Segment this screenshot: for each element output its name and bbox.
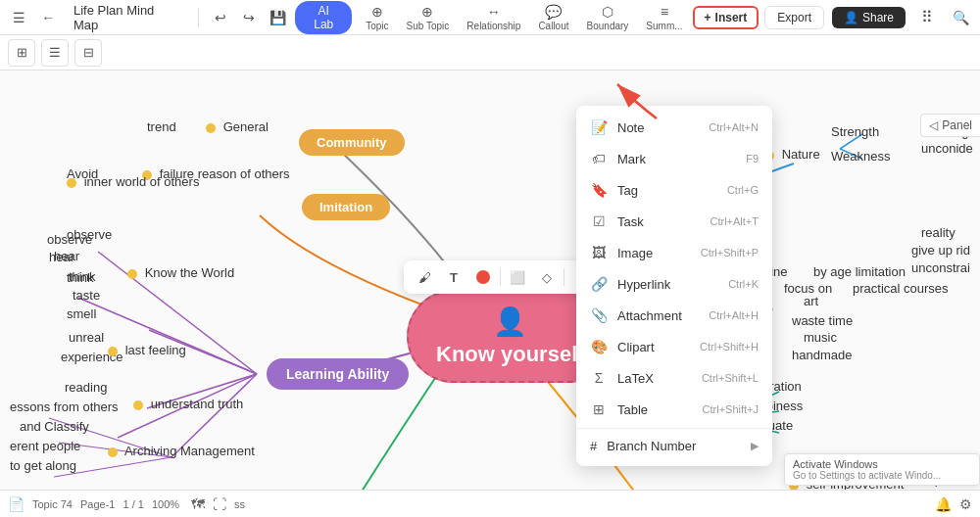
undo-icon[interactable]: ↩ [209, 6, 231, 29]
panel-button[interactable]: ◁ Panel [920, 114, 980, 137]
smell-text: smell [67, 306, 96, 321]
strength-node: Strength [831, 124, 879, 139]
art-node: art [804, 294, 818, 308]
list-view-button[interactable]: ☰ [41, 39, 69, 67]
dot-know-world [127, 269, 137, 279]
menu-task[interactable]: ☑ Task Ctrl+Alt+T [576, 206, 772, 237]
different-text: erent people [10, 439, 80, 453]
community-node[interactable]: Community [299, 129, 405, 156]
bottom-bar: 📄 Topic 74 Page-1 1 / 1 100% 🗺 ⛶ ss 🔔 ⚙ [0, 490, 980, 517]
zoom-level: 100% [152, 498, 179, 510]
menu-tag[interactable]: 🔖 Tag Ctrl+G [576, 174, 772, 206]
chevron-left-icon: ◁ [929, 118, 938, 132]
weakness-node: Weakness [831, 149, 890, 164]
edit-diamond-icon[interactable]: ◇ [534, 264, 560, 290]
page-count: 1 / 1 [122, 498, 143, 510]
lessons-text: essons from others [10, 400, 119, 414]
menu-note[interactable]: 📝 Note Ctrl+Alt+N [576, 112, 772, 143]
mindmap-icon: 🗺 [191, 496, 205, 512]
topic-button[interactable]: ⊕ Topic [358, 2, 396, 33]
export-button[interactable]: Export [764, 6, 824, 29]
page-icon: 📄 [8, 496, 24, 512]
clipart-icon: 🎨 [590, 338, 608, 355]
understand-truth-node: understand truth [133, 397, 243, 411]
observe-text: observe [47, 232, 92, 247]
insert-dropdown: 📝 Note Ctrl+Alt+N 🏷 Mark F9 🔖 Tag Ctrl+G… [576, 106, 772, 466]
reading-text: reading [65, 380, 107, 395]
know-world-node: Know the World [127, 265, 234, 280]
dot-understand [133, 400, 143, 410]
note-icon: 📝 [590, 118, 608, 136]
unconstrai-node: unconstrai [911, 260, 970, 275]
menu-attachment[interactable]: 📎 Attachment Ctrl+Alt+H [576, 300, 772, 331]
menu-latex[interactable]: Σ LaTeX Ctrl+Shift+L [576, 362, 772, 394]
menu-branch-number[interactable]: # Branch Number ▶ [576, 432, 772, 460]
fullscreen-icon[interactable]: ⛶ [213, 496, 226, 512]
imitation-node[interactable]: Imitation [302, 194, 390, 220]
expand-icon: ▶ [751, 440, 759, 452]
latex-icon: Σ [590, 369, 608, 387]
callout-button[interactable]: 💬 Callout [530, 2, 576, 33]
edit-brush-icon[interactable]: 🖌 [412, 264, 437, 290]
more-options-icon[interactable]: ⠿ [913, 4, 941, 31]
dot-last-feeling [108, 347, 118, 356]
attachment-icon: 📎 [590, 306, 608, 324]
boundary-button[interactable]: ⬡ Boundary [579, 2, 637, 33]
outline-view-button[interactable]: ⊟ [74, 39, 102, 67]
dot-inner [67, 178, 76, 188]
topic-icon: ⊕ [371, 4, 383, 20]
hamburger-icon[interactable]: ☰ [8, 6, 30, 29]
relationship-icon: ↔ [487, 4, 501, 20]
et-sep2 [564, 268, 564, 286]
menu-table[interactable]: ⊞ Table Ctrl+Shift+J [576, 394, 772, 425]
sep1 [198, 8, 199, 27]
sub-topic-icon: ⊕ [421, 4, 433, 20]
classify-text: and Classify [20, 419, 89, 434]
page-label: Page-1 [80, 498, 115, 510]
back-icon[interactable]: ← [36, 6, 59, 29]
toolbar-right: Export 👤 Share ⠿ 🔍 [764, 4, 972, 31]
table-icon: ⊞ [590, 400, 608, 418]
main-toolbar: ☰ ← Life Plan Mind Map ↩ ↪ 💾 AI Lab ⊕ To… [0, 0, 980, 35]
toolbar-left: ☰ ← Life Plan Mind Map ↩ ↪ 💾 AI Lab [8, 1, 352, 34]
mark-icon: 🏷 [590, 150, 608, 167]
unreal-text: unreal [69, 330, 104, 345]
ai-lab-button[interactable]: AI Lab [295, 1, 352, 34]
windows-notification: Activate Windows Go to Settings to activ… [784, 453, 980, 486]
learning-ability-node[interactable]: Learning Ability [267, 358, 409, 390]
music-node: music [804, 330, 837, 345]
edit-color-icon[interactable] [470, 264, 496, 290]
by-age-node: by age limitation [813, 264, 906, 279]
summary-button[interactable]: ≡ Summ... [638, 2, 690, 33]
dd-separator [576, 428, 772, 429]
notification-icon[interactable]: 🔔 [935, 496, 952, 512]
boundary-icon: ⬡ [602, 4, 613, 20]
menu-hyperlink[interactable]: 🔗 Hyperlink Ctrl+K [576, 268, 772, 300]
reality-node: reality [921, 225, 956, 240]
edit-text-icon[interactable]: T [441, 264, 466, 290]
save-icon[interactable]: 💾 [267, 6, 289, 29]
menu-image[interactable]: 🖼 Image Ctrl+Shift+P [576, 237, 772, 268]
tag-icon: 🔖 [590, 181, 608, 199]
grid-view-button[interactable]: ⊞ [8, 39, 35, 67]
last-feeling-node: last feeling [108, 343, 186, 357]
person-icon: 👤 [493, 306, 527, 338]
sub-topic-button[interactable]: ⊕ Sub Topic [399, 2, 458, 33]
share-button[interactable]: 👤 Share [832, 7, 906, 28]
relationship-button[interactable]: ↔ Relationship [459, 2, 528, 33]
dot-general [206, 123, 216, 133]
edit-rect-icon[interactable]: ⬜ [505, 264, 530, 290]
settings-icon[interactable]: ⚙ [959, 496, 972, 512]
menu-mark[interactable]: 🏷 Mark F9 [576, 143, 772, 174]
redo-icon[interactable]: ↪ [237, 6, 260, 29]
menu-clipart[interactable]: 🎨 Clipart Ctrl+Shift+H [576, 331, 772, 362]
callout-icon: 💬 [545, 4, 562, 20]
mind-map-canvas: trend General Avoid failure reason of ot… [0, 70, 980, 517]
dot-archiving [108, 447, 118, 457]
insert-button[interactable]: + Insert [693, 6, 760, 29]
ss-label: ss [234, 498, 245, 510]
task-icon: ☑ [590, 212, 608, 230]
zoom-icon[interactable]: 🔍 [949, 6, 972, 29]
branch-icon: # [590, 439, 597, 453]
unconfide-node: unconide [921, 141, 973, 156]
